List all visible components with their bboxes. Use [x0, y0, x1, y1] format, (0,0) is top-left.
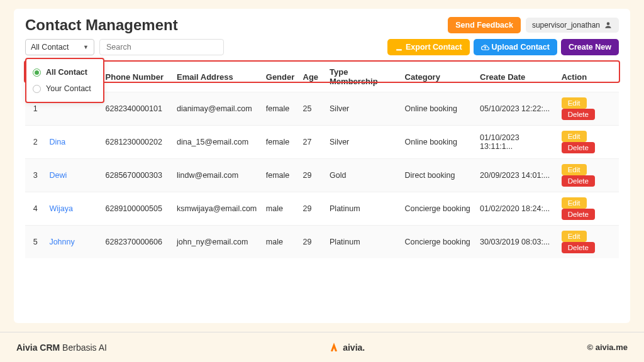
- footer-brand-strong: Aivia CRM: [16, 343, 60, 353]
- footer: Aivia CRM Berbasis AI aivia. © aivia.me: [0, 332, 644, 362]
- edit-button[interactable]: Edit: [562, 164, 587, 175]
- col-age[interactable]: Age: [299, 62, 326, 92]
- table-row: 16282340000101dianimay@email.comfemale25…: [25, 92, 619, 126]
- edit-button[interactable]: Edit: [562, 197, 587, 209]
- cell-gender: female: [262, 159, 299, 192]
- delete-button[interactable]: Delete: [562, 142, 595, 153]
- cell-name[interactable]: Dewi: [45, 159, 101, 192]
- cell-gender: male: [262, 226, 299, 259]
- cell-age: 29: [299, 192, 326, 226]
- cell-action: EditDelete: [558, 192, 619, 226]
- page-title: Contact Management: [25, 16, 178, 34]
- cell-category: Direct booking: [401, 159, 477, 192]
- cell-phone: 6282340000101: [102, 92, 173, 126]
- header-actions: Send Feedback supervisor_jonathan: [448, 17, 619, 33]
- cell-email: ksmwijaya@email.com: [173, 192, 262, 226]
- radio-icon: [33, 85, 41, 93]
- cell-action: EditDelete: [558, 126, 619, 159]
- cell-date: 05/10/2023 12:22:...: [476, 92, 558, 126]
- cell-type: Silver: [326, 126, 401, 159]
- cell-name[interactable]: Dina: [45, 126, 101, 159]
- dropdown-label: Your Contact: [46, 84, 91, 93]
- col-type[interactable]: Type Membership: [326, 62, 401, 92]
- footer-logo: aivia.: [329, 343, 365, 353]
- col-action[interactable]: Action: [558, 62, 619, 92]
- table-container: No Name Phone Number Email Address Gende…: [25, 62, 619, 258]
- table-body: 16282340000101dianimay@email.comfemale25…: [25, 92, 619, 259]
- contact-filter-dropdown: All Contact Your Contact: [25, 58, 104, 103]
- cell-date: 01/10/2023 13:11:1...: [476, 126, 558, 159]
- send-feedback-button[interactable]: Send Feedback: [448, 17, 521, 33]
- main-card: Contact Management Send Feedback supervi…: [14, 9, 630, 323]
- cell-category: Concierge booking: [401, 192, 477, 226]
- cell-email: john_ny@email.com: [173, 226, 262, 259]
- footer-logo-text: aivia.: [343, 343, 365, 353]
- user-chip[interactable]: supervisor_jonathan: [526, 18, 619, 33]
- cell-phone: 6282370000606: [102, 226, 173, 259]
- cell-phone: 6289100000505: [102, 192, 173, 226]
- cell-category: Online booking: [401, 92, 477, 126]
- cell-age: 29: [299, 226, 326, 259]
- export-contact-button[interactable]: Export Contact: [387, 39, 470, 55]
- upload-contact-button[interactable]: Upload Contact: [474, 39, 557, 55]
- cell-type: Platinum: [326, 192, 401, 226]
- header-row: Contact Management Send Feedback supervi…: [25, 16, 619, 34]
- user-name: supervisor_jonathan: [532, 21, 600, 30]
- contact-filter-select[interactable]: All Contact ▼: [25, 39, 94, 55]
- search-input[interactable]: [99, 39, 224, 55]
- cell-age: 25: [299, 92, 326, 126]
- dropdown-item-your-contact[interactable]: Your Contact: [30, 80, 99, 97]
- delete-button[interactable]: Delete: [562, 175, 595, 187]
- delete-button[interactable]: Delete: [562, 109, 595, 120]
- table-row: 4Wijaya6289100000505ksmwijaya@email.comm…: [25, 192, 619, 226]
- filter-right: Export Contact Upload Contact Create New: [387, 39, 619, 55]
- table-row: 2Dina6281230000202dina_15@email.comfemal…: [25, 126, 619, 159]
- cell-gender: female: [262, 92, 299, 126]
- filter-row: All Contact ▼ All Contact Your Contact E…: [25, 39, 619, 55]
- edit-button[interactable]: Edit: [562, 97, 587, 109]
- cloud-upload-icon: [481, 43, 489, 52]
- cell-email: dianimay@email.com: [173, 92, 262, 126]
- footer-brand-rest: Berbasis AI: [60, 343, 107, 353]
- cell-name[interactable]: Johnny: [45, 226, 101, 259]
- chevron-down-icon: ▼: [83, 44, 89, 50]
- col-category[interactable]: Category: [401, 62, 477, 92]
- select-label: All Contact: [31, 43, 69, 52]
- dropdown-item-all-contact[interactable]: All Contact: [30, 64, 99, 80]
- col-gender[interactable]: Gender: [262, 62, 299, 92]
- edit-button[interactable]: Edit: [562, 131, 587, 142]
- cell-name[interactable]: Wijaya: [45, 192, 101, 226]
- delete-button[interactable]: Delete: [562, 209, 595, 220]
- cell-age: 27: [299, 126, 326, 159]
- col-email[interactable]: Email Address: [173, 62, 262, 92]
- col-date[interactable]: Create Date: [476, 62, 558, 92]
- edit-button[interactable]: Edit: [562, 231, 587, 242]
- cell-action: EditDelete: [558, 92, 619, 126]
- table-row: 3Dewi6285670000303lindw@email.comfemale2…: [25, 159, 619, 192]
- cell-date: 20/09/2023 14:01:...: [476, 159, 558, 192]
- upload-label: Upload Contact: [492, 43, 550, 52]
- cell-type: Platinum: [326, 226, 401, 259]
- cell-gender: female: [262, 126, 299, 159]
- table-header: No Name Phone Number Email Address Gende…: [25, 62, 619, 92]
- cell-gender: male: [262, 192, 299, 226]
- cell-no: 3: [25, 159, 45, 192]
- dropdown-label: All Contact: [46, 68, 87, 77]
- table-row: 5Johnny6282370000606john_ny@email.commal…: [25, 226, 619, 259]
- create-new-button[interactable]: Create New: [561, 39, 619, 55]
- col-phone[interactable]: Phone Number: [102, 62, 173, 92]
- cell-no: 2: [25, 126, 45, 159]
- cell-phone: 6285670000303: [102, 159, 173, 192]
- cell-category: Concierge booking: [401, 226, 477, 259]
- cell-date: 30/03/2019 08:03:...: [476, 226, 558, 259]
- user-icon: [604, 21, 613, 30]
- contacts-table: No Name Phone Number Email Address Gende…: [25, 62, 619, 258]
- cell-email: lindw@email.com: [173, 159, 262, 192]
- download-icon: [395, 43, 403, 52]
- cell-action: EditDelete: [558, 226, 619, 259]
- delete-button[interactable]: Delete: [562, 242, 595, 253]
- cell-email: dina_15@email.com: [173, 126, 262, 159]
- cell-action: EditDelete: [558, 159, 619, 192]
- footer-copyright: © aivia.me: [587, 343, 628, 352]
- footer-brand: Aivia CRM Berbasis AI: [16, 343, 107, 353]
